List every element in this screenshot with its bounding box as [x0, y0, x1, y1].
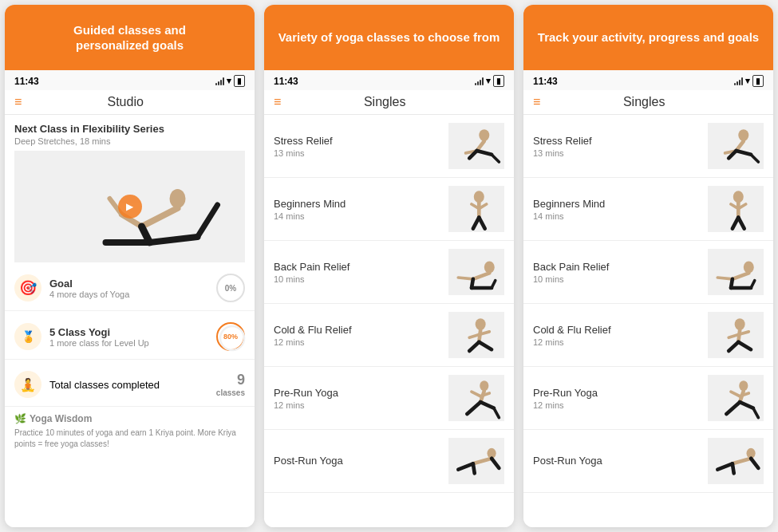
panel-singles-2: Track your activity, progress and goals … — [523, 5, 773, 527]
svg-line-60 — [717, 278, 733, 279]
class-thumb-backpain-1 — [448, 249, 504, 295]
svg-line-1 — [142, 208, 178, 227]
svg-line-33 — [479, 341, 492, 349]
svg-line-79 — [717, 463, 733, 469]
svg-line-43 — [458, 463, 473, 469]
status-time-1: 11:43 — [14, 76, 39, 87]
class-item-stress-1[interactable]: Stress Relief 13 mins — [264, 115, 514, 178]
total-classes-section: 🧘 Total classes completed 9 classes — [5, 363, 255, 407]
svg-line-39 — [480, 402, 494, 408]
classes-count: 9 classes — [216, 372, 245, 397]
class-item-coldflu-1[interactable]: Cold & Flu Relief 12 mins — [264, 304, 514, 367]
class-thumb-postrun-1 — [448, 438, 504, 484]
level-card[interactable]: 🏅 5 Class Yogi 1 more class for Level Up… — [5, 314, 255, 360]
svg-line-81 — [751, 458, 758, 467]
svg-line-63 — [751, 280, 755, 287]
status-icons-2: ▾ ▮ — [475, 75, 504, 87]
goal-text: Goal 4 more days of Yoga — [49, 278, 208, 299]
svg-line-57 — [738, 217, 744, 228]
studio-content: Next Class in Flexibility Series Deep St… — [5, 115, 255, 527]
class-thumb-coldflu-1 — [448, 312, 504, 358]
panel-header-singles-2: Track your activity, progress and goals — [523, 5, 773, 70]
nav-title-singles-1: Singles — [364, 95, 405, 109]
svg-line-21 — [479, 217, 484, 228]
svg-line-30 — [469, 334, 479, 337]
class-item-beginners-1[interactable]: Beginners Mind 14 mins — [264, 178, 514, 241]
class-item-backpain-1[interactable]: Back Pain Relief 10 mins — [264, 241, 514, 304]
class-thumb-backpain-2 — [708, 249, 764, 295]
class-thumb-beginners-1 — [448, 186, 504, 232]
signal-icon-2 — [475, 77, 484, 85]
svg-line-78 — [732, 458, 750, 463]
svg-line-74 — [726, 402, 740, 414]
menu-icon-1[interactable]: ≡ — [14, 95, 22, 109]
svg-line-14 — [492, 154, 499, 161]
classes-label: Total classes completed — [49, 377, 160, 392]
panel-singles-1: Variety of yoga classes to choose from 1… — [264, 5, 514, 527]
class-thumb-coldflu-2 — [708, 312, 764, 358]
svg-line-49 — [736, 151, 751, 155]
class-item-postrun-2[interactable]: Post-Run Yoga — [523, 430, 773, 493]
goal-icon: 🎯 — [14, 274, 41, 301]
class-item-stress-2[interactable]: Stress Relief 13 mins — [523, 115, 773, 178]
svg-line-44 — [472, 463, 474, 473]
svg-line-42 — [472, 458, 491, 463]
svg-line-23 — [472, 273, 488, 278]
singles-list-2: Stress Relief 13 mins Beginners Mind 14 … — [523, 115, 773, 527]
play-button[interactable]: ▶ — [118, 195, 142, 219]
battery-icon-1: ▮ — [234, 75, 245, 87]
class-thumb-stress-2 — [708, 123, 764, 169]
panel-studio: Guided classes andpersonalized goals 11:… — [5, 5, 255, 527]
next-class-section[interactable]: Next Class in Flexibility Series Deep St… — [5, 115, 255, 262]
class-item-backpain-2[interactable]: Back Pain Relief 10 mins — [523, 241, 773, 304]
menu-icon-3[interactable]: ≡ — [533, 95, 540, 109]
panel-header-studio: Guided classes andpersonalized goals — [5, 5, 255, 70]
class-thumb-stress-1 — [448, 123, 504, 169]
svg-line-76 — [752, 408, 758, 417]
status-icons-1: ▾ ▮ — [215, 75, 245, 87]
level-text: 5 Class Yogi 1 more class for Level Up — [49, 326, 208, 348]
next-class-subtitle: Deep Stretches, 18 mins — [14, 136, 245, 146]
svg-line-32 — [469, 341, 479, 350]
battery-icon-2: ▮ — [493, 75, 504, 87]
wisdom-title: 🌿 Yoga Wisdom — [14, 413, 245, 424]
status-time-3: 11:43 — [533, 76, 558, 87]
nav-title-studio: Studio — [107, 95, 143, 109]
svg-line-6 — [198, 205, 218, 237]
svg-line-66 — [729, 334, 738, 337]
goal-card[interactable]: 🎯 Goal 4 more days of Yoga 0% — [5, 266, 255, 311]
level-progress-badge: 80% — [216, 322, 245, 351]
goal-sub: 4 more days of Yoga — [49, 290, 208, 299]
level-sub: 1 more class for Level Up — [49, 338, 208, 348]
panel-header-singles-1: Variety of yoga classes to choose from — [264, 5, 514, 70]
svg-line-69 — [738, 341, 751, 349]
level-icon: 🏅 — [14, 323, 41, 350]
class-thumb-beginners-2 — [708, 186, 764, 232]
class-item-prerun-1[interactable]: Pre-Run Yoga 12 mins — [264, 367, 514, 430]
wisdom-section: 🌿 Yoga Wisdom Practice 10 minutes of yog… — [5, 407, 255, 456]
svg-line-45 — [492, 458, 499, 467]
class-item-postrun-1[interactable]: Post-Run Yoga — [264, 430, 514, 493]
svg-line-68 — [729, 341, 738, 350]
class-item-coldflu-2[interactable]: Cold & Flu Relief 12 mins — [523, 304, 773, 367]
status-bar-3: 11:43 ▾ ▮ — [523, 70, 773, 90]
next-class-title: Next Class in Flexibility Series — [14, 123, 245, 135]
singles-list-1: Stress Relief 13 mins Beginners Mind 14 … — [264, 115, 514, 527]
menu-icon-2[interactable]: ≡ — [274, 95, 281, 109]
wifi-icon-2: ▾ — [486, 76, 491, 86]
class-thumb-postrun-2 — [708, 438, 764, 484]
yoga-pose-image[interactable]: ▶ — [14, 151, 245, 262]
status-time-2: 11:43 — [274, 76, 298, 87]
goal-progress-badge: 0% — [216, 274, 245, 302]
leaf-icon: 🌿 — [14, 413, 26, 424]
battery-icon-3: ▮ — [752, 75, 764, 87]
classes-icon: 🧘 — [14, 371, 41, 398]
level-label: 5 Class Yogi — [49, 326, 208, 338]
class-item-beginners-2[interactable]: Beginners Mind 14 mins — [523, 178, 773, 241]
class-item-prerun-2[interactable]: Pre-Run Yoga 12 mins — [523, 367, 773, 430]
svg-line-75 — [740, 402, 753, 408]
svg-line-40 — [493, 408, 499, 417]
svg-point-8 — [220, 326, 244, 350]
navbar-singles-2: ≡ Singles — [523, 90, 773, 115]
nav-title-singles-2: Singles — [623, 95, 665, 109]
